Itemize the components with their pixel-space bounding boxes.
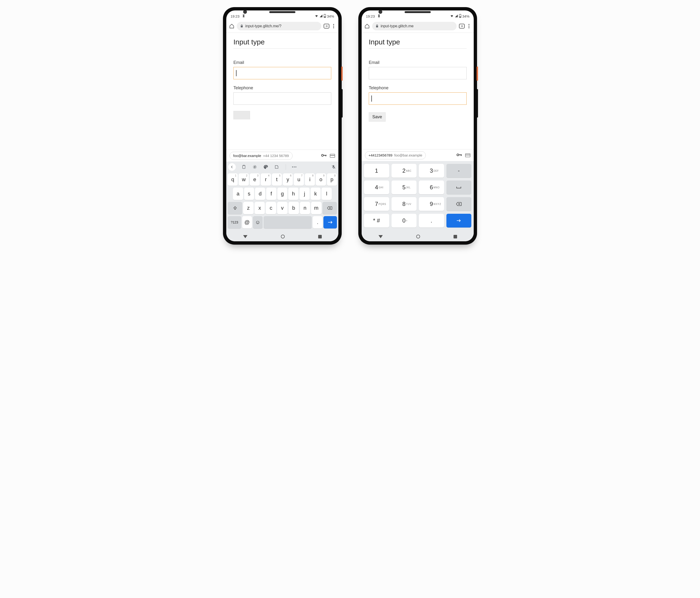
overflow-menu-icon[interactable]	[332, 24, 335, 28]
numkey-8[interactable]: 8TUV	[392, 197, 417, 211]
period-key[interactable]: .	[313, 216, 322, 228]
dash-key[interactable]: -	[446, 164, 472, 178]
space-key[interactable]	[264, 216, 312, 228]
numkey-2[interactable]: 2ABC	[392, 164, 417, 178]
key-j[interactable]: j	[299, 188, 310, 200]
address-bar[interactable]: input-type.glitch.me/?	[237, 22, 321, 30]
svg-point-11	[265, 166, 266, 166]
status-bar: 19:23 34%	[226, 10, 339, 20]
keyboard-row-1: q1w2e3r4t5y6u7i8o9p0	[226, 172, 339, 187]
svg-rect-16	[460, 14, 460, 15]
numkey-0[interactable]: 0+	[392, 214, 417, 227]
key-g[interactable]: g	[277, 188, 288, 200]
key-k[interactable]: k	[310, 188, 321, 200]
enter-key[interactable]	[446, 214, 472, 227]
at-key[interactable]: @	[242, 216, 252, 228]
key-r[interactable]: r4	[261, 173, 271, 186]
key-e[interactable]: e3	[250, 173, 260, 186]
nav-home-icon[interactable]	[281, 235, 285, 239]
key-f[interactable]: f	[266, 188, 276, 200]
numpad-row: * #0+.	[364, 212, 471, 229]
password-key-icon[interactable]	[321, 153, 327, 159]
numkey-6[interactable]: 6MNO	[419, 180, 444, 194]
numkey-9[interactable]: 9WXYZ	[419, 197, 444, 211]
key-w[interactable]: w2	[239, 173, 249, 186]
address-bar[interactable]: input-type.glitch.me	[372, 22, 457, 30]
nav-back-icon[interactable]	[378, 235, 383, 238]
volume-button[interactable]	[477, 89, 478, 118]
numkey-5[interactable]: 5JKL	[392, 180, 417, 194]
overflow-menu-icon[interactable]	[467, 24, 471, 28]
mic-off-icon[interactable]	[331, 164, 336, 170]
key-y[interactable]: y6	[283, 173, 293, 186]
payment-card-icon[interactable]	[465, 153, 470, 157]
tabs-button[interactable]: :D	[324, 24, 329, 28]
email-label: Email	[233, 60, 331, 65]
autofill-chip[interactable]: +44123456789 foo@bar.example	[365, 151, 426, 159]
telephone-field[interactable]	[369, 92, 467, 105]
clipboard-icon[interactable]	[241, 164, 247, 170]
key-d[interactable]: d	[255, 188, 265, 200]
keyboard-more-icon[interactable]	[292, 167, 296, 168]
tabs-button[interactable]: :D	[459, 24, 465, 28]
volume-button[interactable]	[341, 89, 343, 118]
emoji-key[interactable]: ☺	[253, 216, 262, 228]
key-m[interactable]: m	[311, 202, 322, 214]
key-n[interactable]: n	[300, 202, 310, 214]
palette-icon[interactable]	[263, 164, 269, 170]
key-o[interactable]: o9	[316, 173, 326, 186]
signal-icon	[455, 14, 458, 18]
page-title: Input type	[369, 38, 467, 49]
email-field[interactable]	[233, 67, 331, 79]
numkey-3[interactable]: 3DEF	[419, 164, 444, 178]
numkey-[interactable]: * #	[364, 214, 389, 227]
nav-back-icon[interactable]	[243, 235, 247, 238]
sticker-icon[interactable]	[274, 164, 279, 170]
autofill-secondary: +44 1234 56789	[263, 154, 289, 158]
backspace-key[interactable]	[446, 197, 472, 211]
payment-card-icon[interactable]	[330, 154, 335, 158]
autofill-chip[interactable]: foo@bar.example +44 1234 56789	[230, 152, 293, 160]
key-s[interactable]: s	[244, 188, 254, 200]
key-z[interactable]: z	[243, 202, 254, 214]
telephone-label: Telephone	[233, 85, 331, 91]
key-h[interactable]: h	[288, 188, 298, 200]
nav-home-icon[interactable]	[416, 235, 420, 239]
svg-rect-6	[243, 165, 245, 169]
key-b[interactable]: b	[289, 202, 299, 214]
key-a[interactable]: a	[233, 188, 243, 200]
backspace-key[interactable]	[322, 202, 337, 214]
enter-key[interactable]	[323, 216, 337, 228]
key-q[interactable]: q1	[228, 173, 238, 186]
telephone-field[interactable]	[233, 92, 331, 105]
key-v[interactable]: v	[277, 202, 288, 214]
keyboard-row-3: zxcvbnm	[226, 201, 339, 215]
home-icon[interactable]	[365, 24, 370, 29]
password-key-icon[interactable]	[457, 152, 462, 158]
key-i[interactable]: i8	[305, 173, 315, 186]
home-icon[interactable]	[229, 24, 234, 29]
keyboard-back-icon[interactable]	[228, 163, 236, 171]
symbols-key[interactable]: ?123	[228, 216, 241, 228]
numkey-1[interactable]: 1	[364, 164, 389, 178]
key-c[interactable]: c	[266, 202, 276, 214]
numkey-7[interactable]: 7PQRS	[364, 197, 389, 211]
save-button[interactable]: Save	[369, 112, 385, 122]
shift-key[interactable]	[228, 202, 242, 214]
phone-left: 19:23 34% input-type.glitch.me/? :D	[223, 7, 342, 245]
key-x[interactable]: x	[254, 202, 265, 214]
nav-recents-icon[interactable]	[318, 235, 322, 239]
numkey-4[interactable]: 4GHI	[364, 180, 389, 194]
key-u[interactable]: u7	[294, 173, 304, 186]
url-text: input-type.glitch.me/?	[245, 24, 281, 28]
power-button[interactable]	[341, 67, 343, 81]
key-t[interactable]: t5	[272, 173, 282, 186]
gear-icon[interactable]	[252, 164, 258, 170]
key-p[interactable]: p0	[327, 173, 337, 186]
space-key[interactable]	[446, 180, 472, 194]
key-l[interactable]: l	[322, 188, 332, 200]
power-button[interactable]	[477, 67, 478, 81]
nav-recents-icon[interactable]	[453, 235, 457, 239]
email-field[interactable]	[369, 67, 467, 79]
numkey-[interactable]: .	[419, 214, 444, 227]
